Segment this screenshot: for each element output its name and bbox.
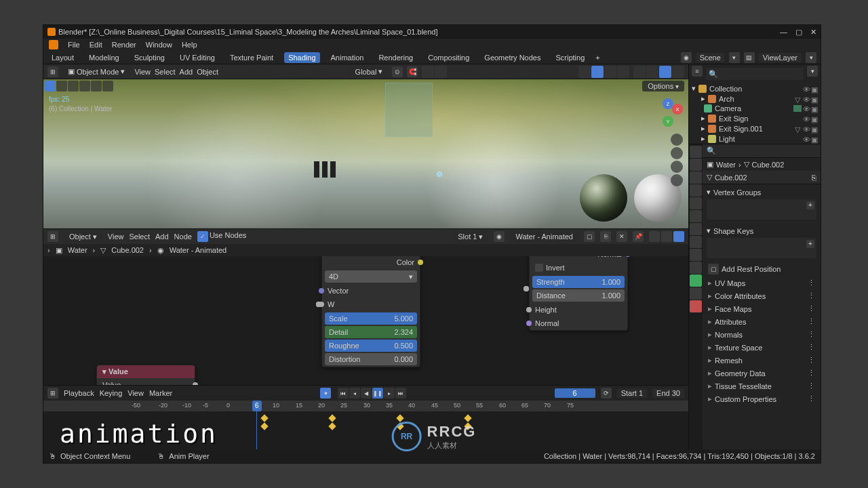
tool-transform-icon[interactable] (102, 81, 113, 92)
sec-remesh[interactable]: ▸Remesh⋮ (703, 354, 821, 367)
use-nodes-checkbox[interactable]: ✓Use Nodes (197, 231, 246, 242)
nav-gizmo[interactable]: X Y Z (654, 98, 683, 127)
timeline-ruler[interactable]: -50 -20 -10 -5 0 6 10 15 20 25 30 35 40 … (43, 401, 688, 411)
maximize-icon[interactable]: ▢ (795, 28, 802, 37)
tex-detail-field[interactable]: Detail2.324 (325, 326, 417, 338)
shapekeys-list[interactable]: + (707, 238, 816, 258)
node-canvas[interactable]: ▾ Value Value 0.000987 Fac Color 4D▾ Vec… (43, 256, 688, 385)
tab-material-icon[interactable] (690, 287, 702, 300)
key-next-icon[interactable]: ▸ (384, 388, 395, 399)
tab-object-icon[interactable] (690, 210, 702, 222)
axis-z-icon[interactable]: Z (663, 98, 673, 109)
add-workspace-icon[interactable]: + (595, 54, 599, 62)
outliner-collection[interactable]: ▾ Collection 👁▣ (689, 83, 821, 94)
sec-attributes[interactable]: ▸Attributes⋮ (703, 315, 821, 328)
add-icon[interactable]: + (806, 240, 814, 248)
tab-texture-icon[interactable] (690, 300, 702, 312)
ws-animation[interactable]: Animation (327, 52, 368, 63)
outliner-item-light[interactable]: ▸Light👁▣ (689, 134, 821, 144)
ws-sculpting[interactable]: Sculpting (130, 52, 169, 63)
search-icon[interactable]: 🔍 (707, 146, 716, 155)
menu-render[interactable]: Render (112, 41, 136, 49)
scene-selector[interactable]: Scene (696, 53, 725, 62)
camera-icon[interactable] (671, 161, 683, 173)
viewlayer-selector[interactable]: ViewLayer (759, 53, 802, 62)
sec-facemaps[interactable]: ▸Face Maps⋮ (703, 302, 821, 315)
jump-end-icon[interactable]: ⏭ (395, 388, 406, 399)
tab-data-icon[interactable] (690, 274, 702, 287)
vertexgroups-list[interactable]: + (707, 199, 816, 220)
tab-output-icon[interactable] (690, 159, 702, 171)
pin-icon[interactable]: 📌 (633, 231, 644, 242)
hdr-add[interactable]: Add (180, 68, 193, 76)
new-material-icon[interactable]: ▢ (584, 231, 595, 242)
close-icon[interactable]: ✕ (810, 28, 816, 37)
overlay-group[interactable] (578, 66, 629, 78)
add-icon[interactable]: + (806, 201, 814, 209)
current-frame-field[interactable]: 6 (555, 388, 595, 398)
ne-overlay-icon[interactable] (661, 231, 672, 242)
slot-selector[interactable]: Slot 1▾ (452, 231, 488, 243)
node-noise-texture[interactable]: Fac Color 4D▾ Vector W Scale5.000 Detail… (321, 256, 420, 367)
strength-field[interactable]: Strength1.000 (532, 276, 625, 288)
invert-checkbox[interactable] (535, 264, 543, 272)
tab-render-icon[interactable] (690, 146, 702, 158)
sec-geodata[interactable]: ▸Geometry Data⋮ (703, 367, 821, 380)
keyframe-icon[interactable] (260, 414, 268, 422)
ws-texpaint[interactable]: Texture Paint (226, 52, 277, 63)
ws-uv[interactable]: UV Editing (176, 52, 219, 63)
tex-scale-field[interactable]: Scale5.000 (325, 312, 417, 325)
ws-scripting[interactable]: Scripting (551, 52, 589, 63)
snap-group[interactable] (422, 66, 447, 78)
mode-dropdown[interactable]: ▣ Object Mode▾ (62, 66, 130, 77)
tab-constraint-icon[interactable] (690, 262, 702, 274)
pan-icon[interactable] (671, 147, 683, 159)
key-prev-icon[interactable]: ◂ (349, 388, 360, 399)
tool-rotate-icon[interactable] (79, 81, 90, 92)
scene-new-icon[interactable]: ▾ (729, 52, 740, 63)
node-value[interactable]: ▾ Value Value 0.000987 (96, 365, 195, 385)
ne-node[interactable]: Node (174, 232, 192, 241)
hdr-object[interactable]: Object (197, 68, 218, 76)
persp-icon[interactable] (671, 174, 683, 186)
outliner-item-exitsign001[interactable]: ▸Exit Sign.001▽👁▣ (689, 123, 821, 134)
viewport-options[interactable]: Options ▾ (642, 81, 684, 92)
hdr-view[interactable]: View (134, 68, 151, 76)
keyframe-icon[interactable] (328, 414, 336, 422)
keyframe-icon[interactable] (464, 414, 471, 422)
ne-add[interactable]: Add (155, 232, 169, 241)
keyframe-icon[interactable] (260, 422, 268, 430)
axis-x-icon[interactable]: X (672, 104, 683, 115)
vertexgroups-header[interactable]: ▾Vertex Groups (707, 186, 816, 198)
frame-lock-icon[interactable]: ⟳ (601, 388, 612, 399)
tl-keying[interactable]: Keying (100, 389, 123, 397)
tex-dim-dropdown[interactable]: 4D▾ (325, 270, 417, 283)
tl-playback[interactable]: Playback (64, 389, 94, 397)
ne-view[interactable]: View (108, 232, 124, 241)
add-rest-position[interactable]: ▢Add Rest Position (703, 262, 821, 277)
ws-layout[interactable]: Layout (47, 52, 78, 63)
filter-icon[interactable]: ▾ (807, 66, 818, 77)
end-frame-field[interactable]: End 30 (652, 388, 684, 398)
pause-icon[interactable]: ❚❚ (372, 388, 383, 399)
tool-move-icon[interactable] (68, 81, 79, 92)
pivot-icon[interactable]: ⊙ (392, 66, 403, 77)
viewlayer-new-icon[interactable]: ▾ (806, 52, 816, 63)
ws-geonodes[interactable]: Geometry Nodes (480, 52, 545, 63)
menu-edit[interactable]: Edit (90, 41, 102, 49)
tab-viewlayer-icon[interactable] (690, 171, 702, 184)
play-rev-icon[interactable]: ◀ (361, 388, 372, 399)
tool-cursor-icon[interactable] (56, 81, 67, 92)
minimize-icon[interactable]: — (780, 28, 787, 37)
zoom-icon[interactable] (671, 134, 683, 146)
sec-customprops[interactable]: ▸Custom Properties⋮ (703, 392, 821, 405)
sec-texspace[interactable]: ▸Texture Space⋮ (703, 341, 821, 354)
jump-start-icon[interactable]: ⏮ (338, 388, 349, 399)
unlink-icon[interactable]: ✕ (616, 231, 627, 242)
ne-editor-type-icon[interactable]: ⊞ (47, 231, 58, 242)
autokey-icon[interactable]: ● (320, 388, 331, 399)
node-normal-map[interactable]: Normal Invert Strength1.000 Distance1.00… (529, 256, 628, 331)
hdr-select[interactable]: Select (155, 68, 176, 76)
menu-file[interactable]: File (68, 41, 80, 49)
menu-help[interactable]: Help (182, 41, 197, 49)
